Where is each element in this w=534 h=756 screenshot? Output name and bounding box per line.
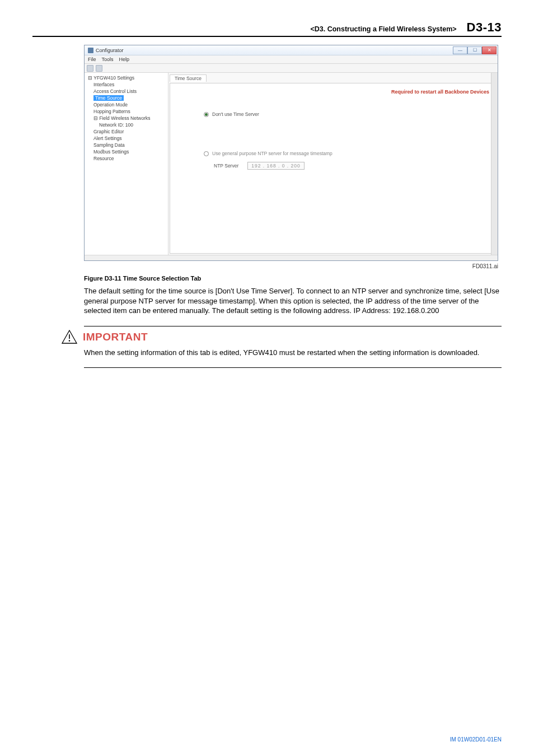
radio-dont-use-row[interactable]: Don't use Time Server	[204, 111, 488, 117]
tree-field-wireless[interactable]: ⊟ Field Wireless Networks	[86, 115, 167, 122]
tree-pane: ⊟ YFGW410 Settings Interfaces Access Con…	[85, 73, 168, 255]
tree-resource[interactable]: Resource	[86, 155, 167, 162]
app-icon	[88, 48, 93, 53]
main-pane: Time Source Required to restart all Back…	[168, 73, 498, 255]
tree-modbus-settings[interactable]: Modbus Settings	[86, 148, 167, 155]
tree-access-control[interactable]: Access Control Lists	[86, 88, 167, 95]
footer-doc-id: IM 01W02D01-01EN	[450, 736, 502, 743]
vertical-scrollbar[interactable]	[491, 73, 498, 255]
important-label: IMPORTANT	[83, 331, 148, 343]
toolbar	[85, 64, 498, 73]
tree-graphic-editor[interactable]: Graphic Editor	[86, 128, 167, 135]
tree-root[interactable]: ⊟ YFGW410 Settings	[86, 74, 167, 81]
maximize-button[interactable]: ☐	[467, 46, 482, 54]
important-text: When the setting information of this tab…	[84, 348, 502, 358]
window-titlebar: Configurator — ☐ ✕	[85, 45, 498, 55]
menu-tools[interactable]: Tools	[102, 57, 114, 62]
image-id: FD0311.ai	[84, 263, 498, 269]
divider-top	[84, 326, 502, 326]
tree-sampling-data[interactable]: Sampling Data	[86, 142, 167, 148]
required-restart-text: Required to restart all Backbone Devices	[391, 89, 489, 95]
menu-file[interactable]: File	[88, 57, 96, 62]
tree-alert-settings[interactable]: Alert Settings	[86, 135, 167, 142]
toolbar-icon-1[interactable]	[87, 65, 93, 72]
tree-operation-mode[interactable]: Operation Mode	[86, 101, 167, 108]
radio-use-ntp-row[interactable]: Use general purpose NTP server for messa…	[204, 151, 488, 156]
chapter-title: <D3. Constructing a Field Wireless Syste…	[310, 25, 456, 33]
page-number: D3-13	[467, 20, 502, 35]
figure-caption: Figure D3-11 Time Source Selection Tab	[84, 275, 502, 282]
svg-point-2	[69, 340, 71, 342]
warning-icon	[62, 330, 77, 344]
tab-time-source[interactable]: Time Source	[170, 74, 207, 82]
radio-dont-use[interactable]	[204, 112, 209, 117]
statusbar	[85, 255, 498, 260]
tab-body: Required to restart all Backbone Devices…	[170, 83, 496, 254]
radio-dont-use-label: Don't use Time Server	[212, 111, 259, 117]
tree-hopping-patterns[interactable]: Hopping Patterns	[86, 108, 167, 115]
radio-use-ntp[interactable]	[204, 151, 209, 156]
window-title: Configurator	[96, 48, 124, 53]
radio-use-ntp-label: Use general purpose NTP server for messa…	[212, 151, 332, 156]
tree-interfaces[interactable]: Interfaces	[86, 81, 167, 88]
ntp-server-label: NTP Server	[214, 163, 238, 169]
body-paragraph: The default setting for the time source …	[84, 286, 502, 316]
menubar: File Tools Help	[85, 55, 498, 64]
close-button[interactable]: ✕	[482, 46, 496, 54]
divider-bottom	[84, 367, 502, 368]
toolbar-icon-2[interactable]	[96, 65, 102, 72]
tree-network-id[interactable]: Network ID: 100	[86, 122, 167, 128]
minimize-button[interactable]: —	[453, 46, 467, 54]
tree-time-source[interactable]: Time Source	[86, 95, 167, 101]
menu-help[interactable]: Help	[119, 57, 130, 62]
screenshot-figure: Configurator — ☐ ✕ File Tools Help ⊟ YFG	[84, 45, 498, 261]
ntp-server-input[interactable]: 192 . 168 . 0 . 200	[247, 162, 305, 170]
